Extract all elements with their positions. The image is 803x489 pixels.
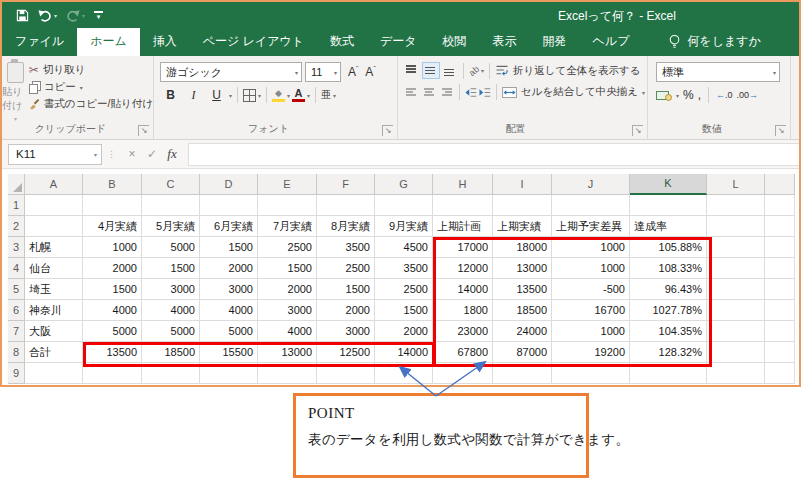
row-header-1[interactable]: 1 — [8, 195, 25, 216]
align-bottom-icon[interactable] — [442, 63, 458, 78]
orientation-dropdown-icon[interactable]: ▾ — [481, 67, 484, 74]
paste-dropdown-icon[interactable]: ▾ — [14, 115, 17, 122]
number-format-dropdown-icon[interactable]: ▾ — [773, 69, 776, 76]
col-header-stub[interactable] — [765, 174, 795, 195]
tab-home[interactable]: ホーム — [77, 28, 140, 56]
cell-E7[interactable]: 4000 — [258, 321, 317, 342]
cell-D5[interactable]: 3000 — [200, 279, 258, 300]
cell-H8[interactable]: 67800 — [433, 342, 493, 363]
cell-L2[interactable] — [707, 216, 765, 237]
cell-C6[interactable]: 4000 — [142, 300, 200, 321]
cell-J3[interactable]: 1000 — [552, 237, 630, 258]
cell-I5[interactable]: 13500 — [493, 279, 552, 300]
font-size-dropdown-icon[interactable]: ▾ — [334, 69, 337, 76]
cell-K6[interactable]: 1027.78% — [630, 300, 707, 321]
percent-style-icon[interactable]: % — [683, 88, 694, 102]
cell-J4[interactable]: 1000 — [552, 258, 630, 279]
enter-icon[interactable]: ✓ — [142, 147, 162, 161]
cell-K7[interactable]: 104.35% — [630, 321, 707, 342]
cell-stub-3[interactable] — [765, 237, 795, 258]
cell-B7[interactable]: 5000 — [83, 321, 142, 342]
formula-input[interactable] — [188, 143, 799, 166]
align-center-icon[interactable] — [421, 85, 436, 100]
tab-file[interactable]: ファイル — [2, 28, 77, 56]
number-dialog-launcher-icon[interactable]: ↘ — [775, 125, 786, 136]
format-painter-button[interactable]: 書式のコピー/貼り付け — [29, 97, 153, 111]
cell-A4[interactable]: 仙台 — [25, 258, 83, 279]
row-header-3[interactable]: 3 — [8, 237, 25, 258]
col-header-E[interactable]: E — [258, 174, 317, 195]
decrease-decimal-icon[interactable]: .00→ — [737, 90, 759, 100]
tell-me-box[interactable]: 何をしますか — [668, 33, 760, 56]
tab-review[interactable]: 校閲 — [430, 28, 480, 56]
align-right-icon[interactable] — [439, 85, 454, 100]
cell-I4[interactable]: 13000 — [493, 258, 552, 279]
currency-dropdown-icon[interactable]: ▾ — [676, 92, 679, 99]
col-header-G[interactable]: G — [375, 174, 433, 195]
cell-L9[interactable] — [707, 363, 765, 384]
comma-style-icon[interactable]: , — [698, 88, 701, 102]
cell-F1[interactable] — [317, 195, 375, 216]
cell-B1[interactable] — [83, 195, 142, 216]
row-header-5[interactable]: 5 — [8, 279, 25, 300]
cell-H1[interactable] — [433, 195, 493, 216]
font-dialog-launcher-icon[interactable]: ↘ — [382, 125, 393, 136]
cell-H7[interactable]: 23000 — [433, 321, 493, 342]
cell-E5[interactable]: 2000 — [258, 279, 317, 300]
cell-L4[interactable] — [707, 258, 765, 279]
row-header-9[interactable]: 9 — [8, 363, 25, 384]
col-header-D[interactable]: D — [200, 174, 258, 195]
font-color-dropdown-icon[interactable]: ▾ — [307, 92, 310, 99]
row-header-6[interactable]: 6 — [8, 300, 25, 321]
cell-A8[interactable]: 合計 — [25, 342, 83, 363]
cell-F2[interactable]: 8月実績 — [317, 216, 375, 237]
borders-dropdown-icon[interactable]: ▾ — [258, 92, 261, 99]
cell-K5[interactable]: 96.43% — [630, 279, 707, 300]
cell-G3[interactable]: 4500 — [375, 237, 433, 258]
align-left-icon[interactable] — [404, 85, 419, 100]
cell-C5[interactable]: 3000 — [142, 279, 200, 300]
cell-stub-8[interactable] — [765, 342, 795, 363]
alignment-dialog-launcher-icon[interactable]: ↘ — [632, 125, 643, 136]
tab-help[interactable]: ヘルプ — [580, 28, 643, 56]
cell-I8[interactable]: 87000 — [493, 342, 552, 363]
cell-K4[interactable]: 108.33% — [630, 258, 707, 279]
col-header-L[interactable]: L — [707, 174, 765, 195]
cell-G8[interactable]: 14000 — [375, 342, 433, 363]
col-header-A[interactable]: A — [25, 174, 83, 195]
col-header-C[interactable]: C — [142, 174, 200, 195]
underline-button[interactable]: U — [206, 86, 227, 104]
tab-developer[interactable]: 開発 — [530, 28, 580, 56]
cell-G2[interactable]: 9月実績 — [375, 216, 433, 237]
cell-E1[interactable] — [258, 195, 317, 216]
cell-J2[interactable]: 上期予実差異 — [552, 216, 630, 237]
increase-decimal-icon[interactable]: ←.0 — [716, 90, 733, 100]
cell-A7[interactable]: 大阪 — [25, 321, 83, 342]
cell-K3[interactable]: 105.88% — [630, 237, 707, 258]
cell-F7[interactable]: 3000 — [317, 321, 375, 342]
cell-H2[interactable]: 上期計画 — [433, 216, 493, 237]
col-header-K[interactable]: K — [630, 174, 707, 195]
cell-stub-6[interactable] — [765, 300, 795, 321]
undo-dropdown-icon[interactable]: ▾ — [54, 12, 57, 19]
cell-C1[interactable] — [142, 195, 200, 216]
cell-F6[interactable]: 2000 — [317, 300, 375, 321]
cell-E6[interactable]: 3000 — [258, 300, 317, 321]
align-top-icon[interactable] — [404, 63, 420, 78]
cell-C3[interactable]: 5000 — [142, 237, 200, 258]
cell-A5[interactable]: 埼玉 — [25, 279, 83, 300]
font-size-select[interactable]: 11 ▾ — [305, 62, 341, 82]
redo-dropdown-icon[interactable]: ▾ — [82, 12, 85, 19]
cell-C4[interactable]: 1500 — [142, 258, 200, 279]
cell-F3[interactable]: 3500 — [317, 237, 375, 258]
cell-K9[interactable] — [630, 363, 707, 384]
cell-L5[interactable] — [707, 279, 765, 300]
cell-G9[interactable] — [375, 363, 433, 384]
cell-B5[interactable]: 1500 — [83, 279, 142, 300]
cell-B2[interactable]: 4月実績 — [83, 216, 142, 237]
wrap-text-button[interactable]: 折り返して全体を表示する — [495, 64, 640, 78]
cell-A9[interactable] — [25, 363, 83, 384]
col-header-B[interactable]: B — [83, 174, 142, 195]
cell-B4[interactable]: 2000 — [83, 258, 142, 279]
cell-I1[interactable] — [493, 195, 552, 216]
